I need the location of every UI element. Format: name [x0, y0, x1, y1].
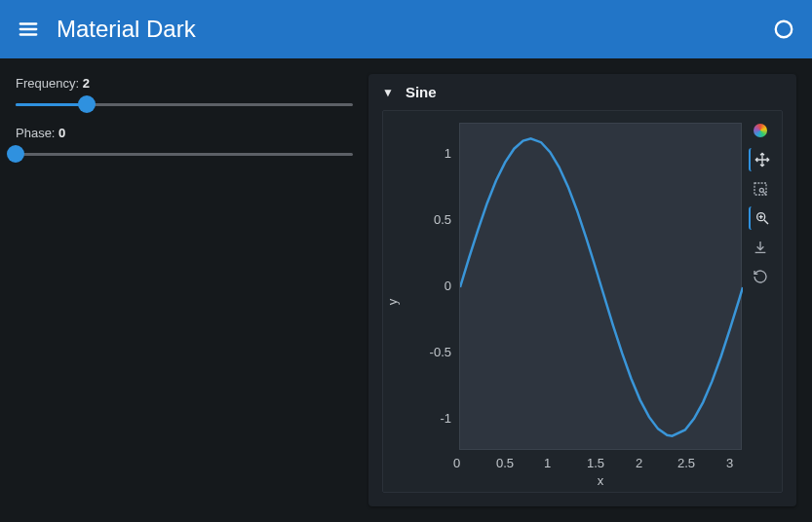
app-bar: Material Dark	[0, 0, 812, 58]
card-title: Sine	[406, 84, 437, 100]
frequency-slider-group: Frequency: 2	[16, 76, 353, 112]
y-tick: 0	[422, 279, 451, 293]
y-tick: 0.5	[422, 212, 451, 227]
frequency-value: 2	[83, 76, 90, 91]
x-tick: 3	[726, 456, 733, 470]
phase-slider[interactable]	[16, 146, 353, 162]
svg-point-3	[776, 21, 793, 38]
collapse-icon[interactable]: ▼	[382, 86, 394, 99]
reset-tool-icon[interactable]	[749, 265, 772, 288]
phase-slider-group: Phase: 0	[16, 126, 353, 162]
x-tick: 2.5	[677, 456, 695, 470]
menu-icon[interactable]	[18, 19, 39, 40]
bokeh-logo-icon[interactable]	[749, 119, 772, 142]
plot-canvas[interactable]	[459, 123, 742, 450]
frequency-slider[interactable]	[16, 96, 353, 112]
x-tick: 0	[453, 456, 460, 470]
app-title: Material Dark	[57, 16, 773, 43]
x-tick: 1	[544, 456, 551, 470]
svg-point-5	[759, 188, 763, 192]
pan-tool-icon[interactable]	[749, 148, 772, 171]
x-tick: 0.5	[496, 456, 514, 470]
x-tick: 1.5	[587, 456, 604, 470]
save-tool-icon[interactable]	[749, 236, 772, 259]
phase-label: Phase: 0	[16, 126, 353, 140]
x-axis-label: x	[598, 473, 604, 488]
phase-value: 0	[58, 126, 65, 140]
frequency-label: Frequency: 2	[16, 76, 353, 91]
controls-pane: Frequency: 2 Phase: 0	[0, 58, 368, 522]
y-tick: -1	[422, 411, 451, 426]
y-tick: 1	[422, 146, 451, 161]
x-tick: 2	[636, 456, 642, 470]
y-tick: -0.5	[422, 345, 451, 359]
plot-card: ▼ Sine 1 0.5 0 -0.5 -1 0 0.5 1 1	[368, 74, 796, 506]
card-header: ▼ Sine	[368, 74, 796, 110]
svg-line-8	[764, 220, 768, 224]
y-axis-label: y	[385, 298, 400, 305]
box-zoom-tool-icon[interactable]	[749, 177, 772, 201]
plot-toolbar	[747, 119, 774, 288]
plot-area: 1 0.5 0 -0.5 -1 0 0.5 1 1.5 2 2.5 3 y x	[382, 110, 783, 493]
circle-icon[interactable]	[773, 19, 794, 40]
wheel-zoom-tool-icon[interactable]	[749, 206, 772, 230]
